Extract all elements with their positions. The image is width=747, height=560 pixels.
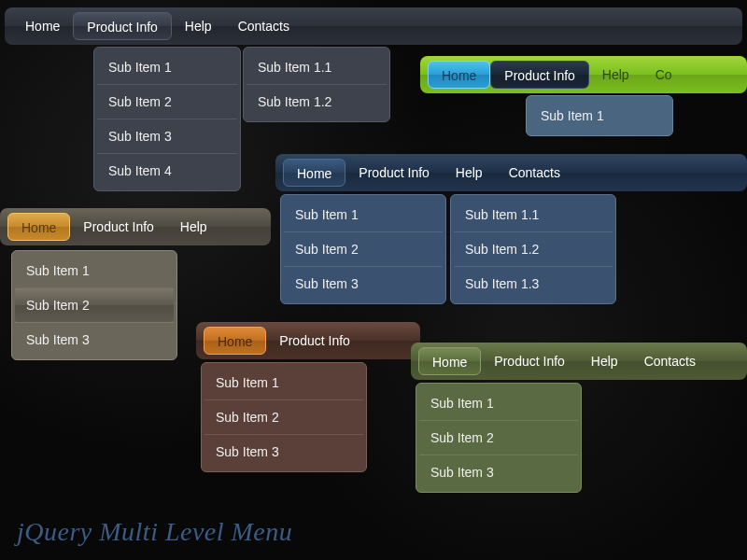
menu-brown-product-info[interactable]: Product Info [266, 327, 363, 355]
submenu-item[interactable]: Sub Item 2 [204, 399, 363, 434]
menu-olive-home[interactable]: Home [418, 347, 481, 375]
submenu-brown-l1: Sub Item 1 Sub Item 2 Sub Item 3 [201, 362, 367, 472]
submenu-item[interactable]: Sub Item 2 [97, 84, 237, 119]
submenu-dark-l1: Sub Item 1 Sub Item 2 Sub Item 3 Sub Ite… [93, 47, 241, 191]
submenu-blue-l1: Sub Item 1 Sub Item 2 Sub Item 3 [280, 194, 446, 304]
submenu-item[interactable]: Sub Item 2 [419, 420, 578, 455]
menubar-dark: Home Product Info Help Contacts [5, 7, 742, 45]
menu-tan-product-info[interactable]: Product Info [70, 213, 167, 241]
menu-blue-home[interactable]: Home [283, 159, 345, 187]
menu-olive-help[interactable]: Help [578, 347, 631, 375]
submenu-item[interactable]: Sub Item 1 [15, 254, 174, 287]
submenu-item[interactable]: Sub Item 1 [97, 50, 237, 84]
menu-brown-home[interactable]: Home [204, 327, 266, 355]
menu-olive-contacts[interactable]: Contacts [631, 347, 709, 375]
menubar-blue: Home Product Info Help Contacts [275, 154, 747, 191]
menu-dark-home[interactable]: Home [12, 12, 73, 40]
submenu-green-l1: Sub Item 1 [526, 95, 673, 136]
submenu-item[interactable]: Sub Item 3 [204, 434, 363, 469]
submenu-item[interactable]: Sub Item 1.3 [454, 266, 613, 301]
submenu-item[interactable]: Sub Item 3 [284, 266, 443, 301]
submenu-item[interactable]: Sub Item 1.1 [247, 50, 387, 84]
submenu-item[interactable]: Sub Item 1.2 [247, 84, 387, 119]
submenu-item[interactable]: Sub Item 1 [419, 386, 578, 420]
submenu-olive-l1: Sub Item 1 Sub Item 2 Sub Item 3 [416, 383, 582, 493]
menu-tan-help[interactable]: Help [167, 213, 220, 241]
submenu-item[interactable]: Sub Item 2 [284, 231, 443, 266]
menu-dark-help[interactable]: Help [172, 12, 225, 40]
menu-tan-home[interactable]: Home [7, 213, 70, 241]
submenu-item[interactable]: Sub Item 3 [97, 119, 237, 153]
menu-blue-help[interactable]: Help [443, 159, 496, 187]
submenu-item[interactable]: Sub Item 3 [15, 322, 174, 357]
submenu-item[interactable]: Sub Item 1 [529, 99, 669, 133]
menu-olive-product-info[interactable]: Product Info [481, 347, 578, 375]
submenu-item[interactable]: Sub Item 1 [284, 198, 443, 231]
menu-dark-contacts[interactable]: Contacts [225, 12, 303, 40]
page-title: jQuery Multi Level Menu [17, 517, 292, 547]
submenu-dark-l2: Sub Item 1.1 Sub Item 1.2 [243, 47, 390, 122]
submenu-item[interactable]: Sub Item 1 [204, 366, 363, 399]
menubar-green: Home Product Info Help Co [420, 56, 747, 93]
submenu-blue-l2: Sub Item 1.1 Sub Item 1.2 Sub Item 1.3 [450, 194, 616, 304]
menu-green-home[interactable]: Home [428, 61, 490, 89]
submenu-item[interactable]: Sub Item 1.2 [454, 231, 613, 266]
submenu-item-highlighted[interactable]: Sub Item 2 [15, 287, 174, 322]
submenu-item[interactable]: Sub Item 4 [97, 153, 237, 188]
menu-green-help[interactable]: Help [589, 61, 642, 89]
submenu-item[interactable]: Sub Item 3 [419, 455, 578, 489]
submenu-tan-l1: Sub Item 1 Sub Item 2 Sub Item 3 [11, 250, 177, 360]
menu-green-product-info[interactable]: Product Info [490, 61, 589, 89]
menu-dark-product-info[interactable]: Product Info [73, 12, 172, 40]
submenu-item[interactable]: Sub Item 1.1 [454, 198, 613, 231]
menubar-brown: Home Product Info [196, 322, 420, 359]
menu-green-contacts-cut[interactable]: Co [642, 61, 685, 89]
menu-blue-contacts[interactable]: Contacts [496, 159, 573, 187]
menubar-tan: Home Product Info Help [0, 208, 271, 245]
menu-blue-product-info[interactable]: Product Info [345, 159, 443, 187]
menubar-olive: Home Product Info Help Contacts [411, 343, 747, 380]
